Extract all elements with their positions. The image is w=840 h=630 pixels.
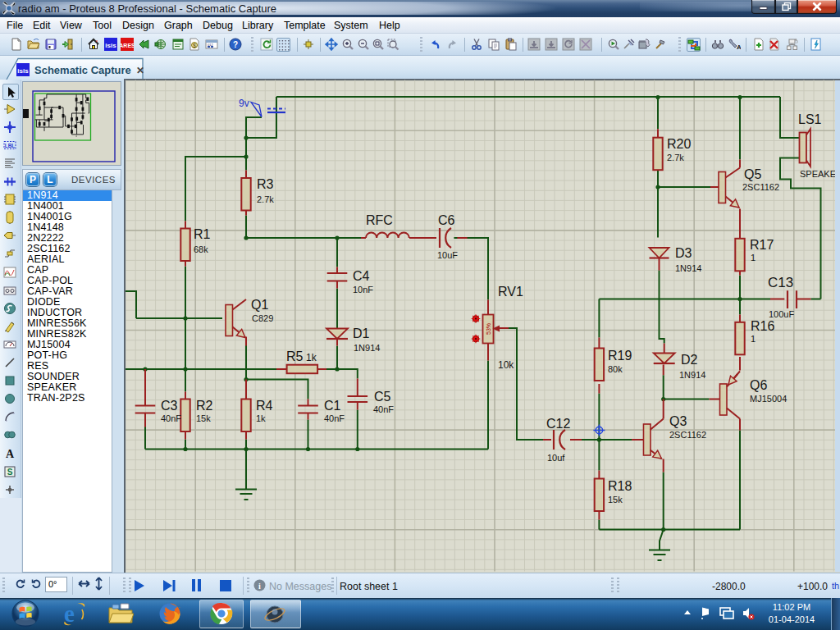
svg-text:10k: 10k: [498, 359, 514, 371]
svg-text:1k: 1k: [256, 413, 266, 423]
svg-text:R16: R16: [751, 319, 774, 333]
svg-text:LBL: LBL: [5, 142, 16, 148]
svg-text:?: ?: [233, 40, 238, 49]
svg-text:R3: R3: [257, 177, 274, 191]
svg-text:15k: 15k: [608, 495, 623, 504]
svg-text:C829: C829: [252, 313, 273, 323]
svg-text:R1: R1: [194, 227, 211, 241]
svg-text:C6: C6: [438, 213, 455, 227]
svg-text:2.7k: 2.7k: [257, 194, 274, 204]
svg-text:40nF: 40nF: [324, 413, 345, 423]
svg-text:R18: R18: [608, 479, 632, 493]
svg-text:R17: R17: [750, 238, 774, 252]
svg-text:Q3: Q3: [669, 414, 687, 428]
svg-text:MJ15004: MJ15004: [750, 394, 787, 404]
svg-text:2SC1162: 2SC1162: [669, 430, 706, 440]
svg-text:C12: C12: [546, 417, 570, 431]
svg-text:Q5: Q5: [744, 167, 761, 181]
svg-text:10nF: 10nF: [353, 285, 373, 294]
svg-text:40nF: 40nF: [161, 413, 181, 423]
svg-text:D2: D2: [681, 353, 698, 367]
svg-text:1k: 1k: [306, 352, 317, 363]
svg-text:1N914: 1N914: [679, 370, 705, 380]
svg-text:012: 012: [208, 43, 213, 47]
svg-text:C13: C13: [768, 275, 793, 290]
svg-text:Schematic Capture: Schematic Capture: [34, 64, 131, 76]
svg-text:R5: R5: [286, 349, 304, 363]
svg-text:68k: 68k: [194, 244, 208, 254]
svg-text:RV1: RV1: [498, 285, 523, 299]
svg-text:40nF: 40nF: [373, 404, 394, 414]
svg-text:S: S: [7, 468, 13, 477]
svg-text:2SC1162: 2SC1162: [742, 182, 779, 192]
svg-text:53%: 53%: [486, 323, 491, 335]
svg-text:2.7k: 2.7k: [667, 153, 684, 162]
svg-text:9v: 9v: [239, 98, 249, 109]
svg-text:isis: isis: [105, 42, 116, 49]
svg-text:C5: C5: [374, 390, 391, 404]
svg-text:D3: D3: [675, 246, 692, 260]
svg-text:SPEAKER: SPEAKER: [800, 169, 835, 179]
svg-text:1N914: 1N914: [354, 343, 380, 353]
svg-text:15k: 15k: [196, 413, 211, 423]
svg-text:A: A: [6, 448, 15, 460]
svg-text:80k: 80k: [608, 364, 623, 374]
svg-text:R20: R20: [667, 137, 691, 151]
svg-text:isis: isis: [17, 67, 29, 75]
svg-text:RFC: RFC: [366, 213, 393, 227]
svg-text:10uf: 10uf: [547, 453, 565, 463]
svg-text:i: i: [258, 582, 261, 591]
svg-text:Q6: Q6: [750, 378, 767, 392]
svg-text:R4: R4: [256, 399, 273, 413]
svg-text:1N914: 1N914: [675, 263, 701, 273]
svg-text:D1: D1: [353, 326, 370, 340]
svg-text:C1: C1: [324, 399, 341, 413]
svg-text:LS1: LS1: [798, 112, 822, 126]
svg-text:C4: C4: [353, 269, 370, 283]
svg-text:R19: R19: [608, 349, 632, 363]
svg-text:Q1: Q1: [251, 298, 268, 312]
svg-text:C3: C3: [161, 399, 178, 413]
svg-text:1: 1: [751, 334, 756, 344]
svg-text:✕: ✕: [136, 65, 144, 76]
svg-text:$: $: [193, 43, 196, 48]
svg-text:e: e: [64, 601, 75, 626]
svg-text:1: 1: [751, 253, 756, 262]
svg-text:10uF: 10uF: [437, 250, 458, 260]
svg-text:100uF: 100uF: [769, 309, 794, 319]
svg-text:A: A: [737, 43, 741, 51]
svg-text:ARES: ARES: [121, 43, 134, 48]
svg-text:R2: R2: [196, 399, 213, 413]
